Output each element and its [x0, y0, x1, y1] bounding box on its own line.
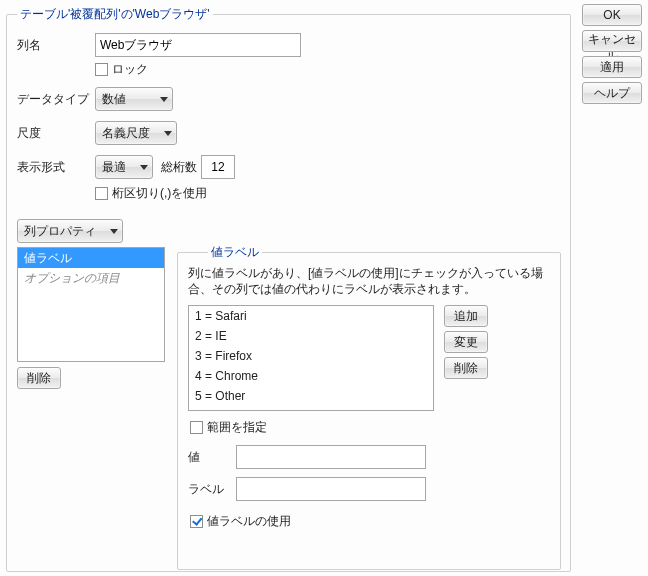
thousands-checkbox[interactable] [95, 187, 108, 200]
scale-select[interactable]: 名義尺度 [95, 121, 177, 145]
list-item[interactable]: 値ラベル [18, 248, 164, 268]
use-value-labels-label: 値ラベルの使用 [207, 513, 291, 530]
column-info-group: テーブル'被覆配列'の'Webブラウザ' 列名 ロック データタイプ 数値 尺度… [6, 14, 571, 572]
scale-value: 名義尺度 [102, 125, 150, 142]
chevron-down-icon [160, 97, 168, 102]
range-checkbox[interactable] [190, 421, 203, 434]
list-item[interactable]: オプションの項目 [18, 268, 164, 288]
digits-input[interactable] [201, 155, 235, 179]
add-button[interactable]: 追加 [444, 305, 488, 327]
column-name-label: 列名 [17, 37, 95, 54]
delete-button[interactable]: 削除 [444, 357, 488, 379]
help-button[interactable]: ヘルプ [582, 82, 642, 104]
format-value: 最適 [102, 159, 126, 176]
value-input[interactable] [236, 445, 426, 469]
data-type-label: データタイプ [17, 91, 95, 108]
value-labels-list[interactable]: 1 = Safari 2 = IE 3 = Firefox 4 = Chrome… [188, 305, 434, 411]
list-item[interactable]: 2 = IE [189, 326, 433, 346]
column-properties-select[interactable]: 列プロパティ [17, 219, 123, 243]
label-input[interactable] [236, 477, 426, 501]
value-labels-legend: 値ラベル [208, 244, 262, 261]
cancel-button[interactable]: キャンセル [582, 30, 642, 52]
list-item[interactable]: 4 = Chrome [189, 366, 433, 386]
data-type-select[interactable]: 数値 [95, 87, 173, 111]
range-label: 範囲を指定 [207, 419, 267, 436]
label-label: ラベル [188, 481, 236, 498]
scale-label: 尺度 [17, 125, 95, 142]
lock-checkbox[interactable] [95, 63, 108, 76]
value-labels-description: 列に値ラベルがあり、[値ラベルの使用]にチェックが入っている場合、その列では値の… [188, 265, 550, 297]
list-item[interactable]: 3 = Firefox [189, 346, 433, 366]
column-properties-value: 列プロパティ [24, 223, 96, 240]
chevron-down-icon [140, 165, 148, 170]
column-name-input[interactable] [95, 33, 301, 57]
group-title: テーブル'被覆配列'の'Webブラウザ' [17, 6, 213, 23]
use-value-labels-checkbox[interactable] [190, 515, 203, 528]
display-format-label: 表示形式 [17, 159, 95, 176]
digits-label: 総桁数 [161, 159, 197, 176]
list-item[interactable]: オプションの項目 [189, 406, 433, 411]
value-label: 値 [188, 449, 236, 466]
list-item[interactable]: 5 = Other [189, 386, 433, 406]
data-type-value: 数値 [102, 91, 126, 108]
change-button[interactable]: 変更 [444, 331, 488, 353]
apply-button[interactable]: 適用 [582, 56, 642, 78]
properties-list[interactable]: 値ラベル オプションの項目 [17, 247, 165, 362]
delete-property-button[interactable]: 削除 [17, 367, 61, 389]
format-select[interactable]: 最適 [95, 155, 153, 179]
list-item[interactable]: 1 = Safari [189, 306, 433, 326]
chevron-down-icon [164, 131, 172, 136]
lock-label: ロック [112, 61, 148, 78]
ok-button[interactable]: OK [582, 4, 642, 26]
value-labels-group: 値ラベル 列に値ラベルがあり、[値ラベルの使用]にチェックが入っている場合、その… [177, 252, 561, 570]
chevron-down-icon [110, 229, 118, 234]
thousands-label: 桁区切り(,)を使用 [112, 185, 207, 202]
